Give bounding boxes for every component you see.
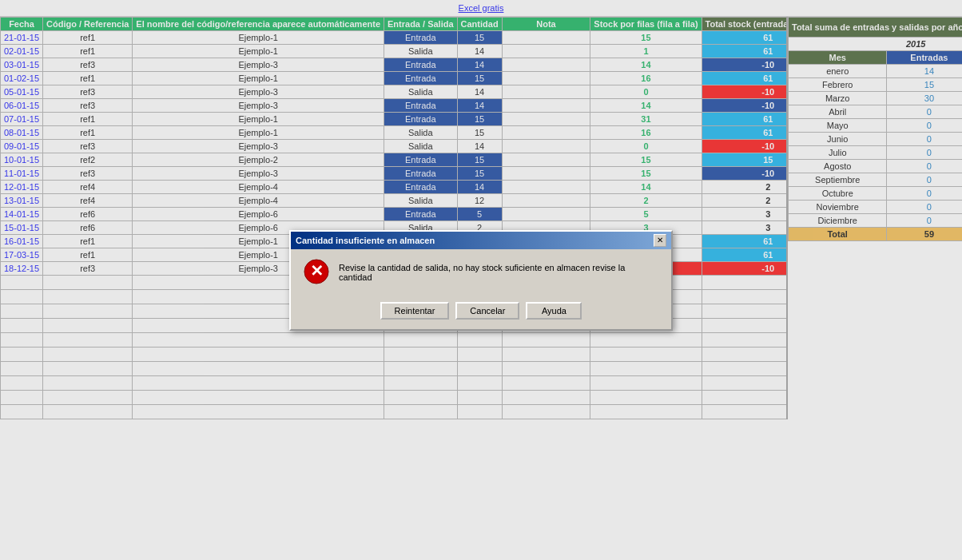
- dialog-title: Cantidad insuficiente en almacen: [296, 236, 435, 245]
- dialog-box: Cantidad insuficiente en almacen ✕ ✕ Rev…: [289, 230, 673, 331]
- svg-text:✕: ✕: [310, 262, 324, 280]
- dialog-error-icon: ✕: [304, 259, 329, 286]
- dialog-close-button[interactable]: ✕: [654, 234, 666, 247]
- dialog-buttons: Reintentar Cancelar Ayuda: [291, 296, 671, 329]
- cancelar-button[interactable]: Cancelar: [455, 302, 519, 320]
- dialog-body: ✕ Revise la cantidad de salida, no hay s…: [291, 249, 671, 296]
- dialog-message: Revise la cantidad de salida, no hay sto…: [339, 263, 658, 282]
- dialog-titlebar: Cantidad insuficiente en almacen ✕: [291, 232, 671, 249]
- dialog-overlay: Cantidad insuficiente en almacen ✕ ✕ Rev…: [0, 0, 962, 419]
- reintentar-button[interactable]: Reintentar: [380, 302, 450, 320]
- ayuda-button[interactable]: Ayuda: [526, 302, 582, 320]
